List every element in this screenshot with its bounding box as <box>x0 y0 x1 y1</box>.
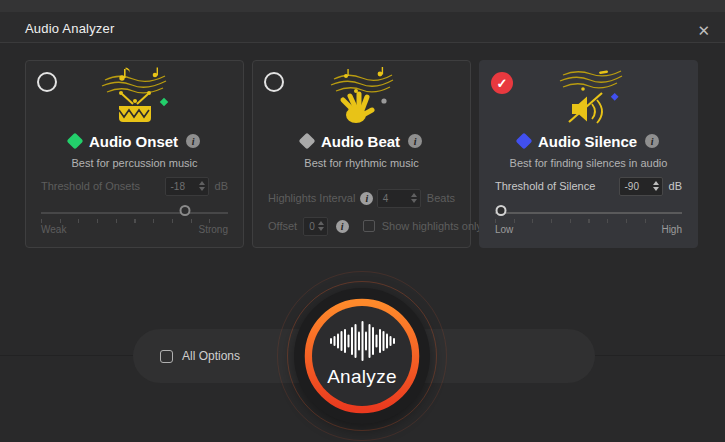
panel-audio-silence[interactable]: ✓ <box>479 60 698 248</box>
slider-ticks <box>495 219 682 223</box>
panel-audio-beat[interactable]: Audio Beat i Best for rhythmic music Hig… <box>252 60 471 248</box>
info-icon[interactable]: i <box>186 134 200 148</box>
spinner-arrows-icon[interactable] <box>315 221 327 231</box>
beat-diamond-icon <box>298 133 315 150</box>
threshold-onsets-label: Threshold of Onsets <box>41 180 140 192</box>
slider-ticks <box>41 219 228 223</box>
panel-description: Best for finding silences in audio <box>480 157 697 169</box>
spinner-arrows-icon[interactable] <box>196 181 208 191</box>
dialog-header: Audio Analyzer ✕ <box>0 0 725 43</box>
close-icon[interactable]: ✕ <box>697 23 710 38</box>
show-highlights-checkbox[interactable] <box>363 220 375 232</box>
offset-spinner[interactable]: 0 <box>303 217 328 236</box>
clapping-hands-icon <box>253 66 470 128</box>
radio-audio-beat[interactable] <box>264 72 284 92</box>
all-options-toggle[interactable]: All Options <box>160 349 240 363</box>
highlights-interval-label: Highlights Interval <box>268 192 355 204</box>
analyze-button-area: Analyze <box>276 270 448 442</box>
drum-music-icon <box>26 66 243 128</box>
show-highlights-label: Show highlights only <box>382 220 482 232</box>
page-title: Audio Analyzer <box>25 21 115 36</box>
highlights-interval-value[interactable]: 4 <box>378 193 408 204</box>
info-icon[interactable]: i <box>408 134 422 148</box>
waveform-icon <box>330 321 395 361</box>
threshold-onsets-spinner[interactable]: -18 <box>165 177 209 196</box>
muted-speaker-icon <box>480 66 697 128</box>
slider-max-label: Strong <box>199 224 228 235</box>
audio-analyzer-dialog: { "dialog": { "title": "Audio Analyzer",… <box>0 0 725 442</box>
panel-title: Audio Onset <box>89 133 178 150</box>
panel-audio-onset[interactable]: Audio Onset i Best for percussion music … <box>25 60 244 248</box>
analyze-button[interactable]: Analyze <box>312 306 412 406</box>
panel-description: Best for rhythmic music <box>253 157 470 169</box>
panel-description: Best for percussion music <box>26 157 243 169</box>
analyzer-modes-row: Audio Onset i Best for percussion music … <box>25 60 698 248</box>
threshold-onsets-slider[interactable]: Weak Strong <box>41 208 228 236</box>
unit-label: dB <box>669 180 682 192</box>
info-icon[interactable]: i <box>645 134 659 148</box>
offset-value[interactable]: 0 <box>304 221 315 232</box>
slider-track[interactable] <box>41 212 228 214</box>
highlights-interval-spinner[interactable]: 4 <box>377 189 421 208</box>
slider-track[interactable] <box>495 212 682 214</box>
slider-thumb[interactable] <box>179 205 190 216</box>
panel-title: Audio Silence <box>538 133 637 150</box>
threshold-silence-value[interactable]: -90 <box>620 181 650 192</box>
silence-diamond-icon <box>515 133 532 150</box>
info-icon[interactable]: i <box>360 192 373 205</box>
radio-audio-silence-checked[interactable]: ✓ <box>491 72 513 94</box>
slider-min-label: Weak <box>41 224 66 235</box>
spinner-arrows-icon[interactable] <box>408 193 420 203</box>
slider-max-label: High <box>661 224 682 235</box>
slider-thumb[interactable] <box>495 205 506 216</box>
unit-label: dB <box>215 180 228 192</box>
all-options-label: All Options <box>182 349 240 363</box>
panel-title: Audio Beat <box>321 133 400 150</box>
slider-min-label: Low <box>495 224 513 235</box>
info-icon[interactable]: i <box>336 220 349 233</box>
offset-label: Offset <box>268 220 297 232</box>
spinner-arrows-icon[interactable] <box>650 181 662 191</box>
analyze-label: Analyze <box>327 366 397 388</box>
threshold-silence-spinner[interactable]: -90 <box>619 177 663 196</box>
threshold-onsets-value[interactable]: -18 <box>166 181 196 192</box>
radio-audio-onset[interactable] <box>37 72 57 92</box>
all-options-checkbox[interactable] <box>160 350 173 363</box>
threshold-silence-label: Threshold of Silence <box>495 180 595 192</box>
onset-diamond-icon <box>66 133 83 150</box>
unit-label: Beats <box>427 192 455 204</box>
threshold-silence-slider[interactable]: Low High <box>495 208 682 236</box>
